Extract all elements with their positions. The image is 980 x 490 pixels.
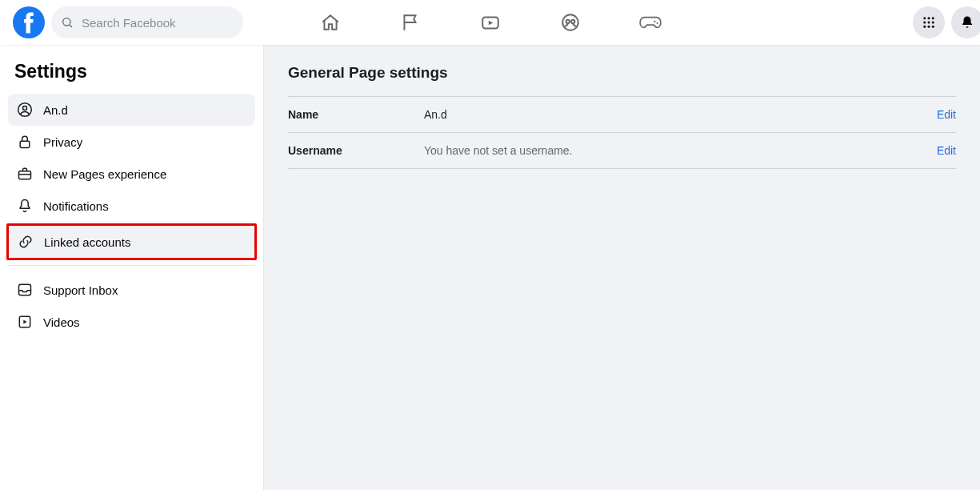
- content: General Page settings Name An.d Edit Use…: [264, 45, 980, 490]
- groups-icon: [560, 12, 581, 33]
- sidebar-item-label: Privacy: [43, 135, 82, 149]
- svg-point-9: [923, 17, 926, 19]
- sidebar-divider: [8, 265, 255, 266]
- svg-point-8: [656, 22, 658, 24]
- svg-rect-22: [19, 284, 31, 295]
- svg-point-15: [923, 26, 926, 28]
- svg-point-14: [932, 22, 934, 24]
- sidebar-item-label: An.d: [43, 103, 68, 117]
- svg-line-2: [70, 25, 72, 27]
- sidebar-item-label: Notifications: [43, 199, 109, 213]
- nav-home[interactable]: [290, 3, 370, 42]
- svg-point-11: [932, 17, 934, 19]
- person-icon: [16, 102, 34, 118]
- nav-watch[interactable]: [450, 3, 530, 42]
- nav-gaming[interactable]: [610, 3, 690, 42]
- edit-username-link[interactable]: Edit: [937, 144, 956, 157]
- svg-point-10: [928, 17, 930, 19]
- sidebar-item-notifications[interactable]: Notifications: [8, 190, 255, 222]
- setting-row-username: Username You have not set a username. Ed…: [288, 132, 956, 169]
- home-icon: [320, 12, 341, 33]
- sidebar-item-privacy[interactable]: Privacy: [8, 126, 255, 158]
- svg-point-13: [928, 22, 930, 24]
- svg-point-7: [654, 21, 655, 22]
- lock-icon: [16, 134, 34, 150]
- svg-point-1: [63, 18, 70, 26]
- setting-row-name: Name An.d Edit: [288, 96, 956, 132]
- svg-rect-21: [19, 171, 31, 179]
- setting-value: You have not set a username.: [424, 144, 937, 157]
- sidebar-item-linked-accounts[interactable]: Linked accounts: [9, 226, 254, 258]
- notifications-button[interactable]: [951, 6, 980, 38]
- search-wrap[interactable]: [51, 6, 243, 38]
- sidebar-item-videos[interactable]: Videos: [8, 306, 255, 338]
- briefcase-icon: [16, 166, 34, 182]
- video-icon: [480, 12, 501, 33]
- flag-icon: [400, 12, 421, 33]
- gaming-icon: [638, 12, 662, 33]
- svg-point-16: [928, 26, 930, 28]
- svg-point-19: [23, 106, 27, 110]
- sidebar: Settings An.d Privacy New Pages experien…: [0, 45, 264, 490]
- main: Settings An.d Privacy New Pages experien…: [0, 45, 980, 490]
- sidebar-item-label: New Pages experience: [43, 167, 166, 181]
- nav-pages[interactable]: [370, 3, 450, 42]
- svg-point-5: [566, 20, 569, 23]
- setting-label: Username: [288, 144, 424, 157]
- link-icon: [17, 234, 34, 250]
- nav-groups[interactable]: [530, 3, 610, 42]
- inbox-icon: [16, 282, 34, 298]
- sidebar-item-label: Linked accounts: [44, 235, 130, 249]
- top-bar: [0, 0, 980, 45]
- right-nav: [913, 6, 967, 38]
- highlight-linked-accounts: Linked accounts: [6, 223, 257, 260]
- menu-grid-icon: [922, 15, 936, 30]
- svg-point-17: [932, 26, 934, 28]
- bell-icon: [960, 15, 974, 30]
- svg-rect-20: [20, 141, 30, 147]
- sidebar-item-label: Videos: [43, 315, 80, 329]
- search-icon: [61, 16, 74, 29]
- sidebar-item-new-pages[interactable]: New Pages experience: [8, 158, 255, 190]
- setting-value: An.d: [424, 108, 937, 121]
- play-square-icon: [16, 314, 34, 330]
- page-title: General Page settings: [288, 64, 956, 82]
- sidebar-item-label: Support Inbox: [43, 283, 118, 297]
- facebook-logo[interactable]: [13, 6, 45, 38]
- svg-point-12: [923, 22, 926, 24]
- menu-button[interactable]: [913, 6, 945, 38]
- sidebar-item-support-inbox[interactable]: Support Inbox: [8, 274, 255, 306]
- svg-point-4: [562, 14, 578, 30]
- edit-name-link[interactable]: Edit: [937, 108, 956, 121]
- sidebar-title: Settings: [14, 61, 249, 82]
- setting-label: Name: [288, 108, 424, 121]
- svg-point-6: [571, 20, 574, 23]
- search-input[interactable]: [80, 15, 234, 30]
- bell-outline-icon: [16, 198, 34, 214]
- sidebar-item-profile[interactable]: An.d: [8, 94, 255, 126]
